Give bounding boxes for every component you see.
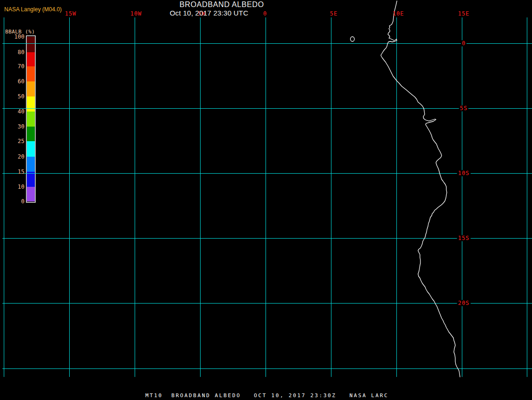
lon-label-15E: 15E (458, 11, 470, 16)
colorbar-block-15-10 (27, 172, 35, 187)
page-subtitle: Oct 10, 2017 23:30 UTC (170, 9, 249, 17)
colorbar-block-50-40 (27, 96, 35, 112)
lat-label-20S: 20S (457, 300, 471, 306)
colorbar-block-10-0 (27, 187, 35, 201)
lon-label-15W: 15W (65, 11, 77, 16)
lon-label-10E: 10E (393, 11, 404, 16)
map-canvas (0, 0, 532, 400)
colorbar-tick-70: 70 (8, 64, 24, 70)
colorbar-block-70-60 (27, 66, 35, 81)
colorbar-tick-25: 25 (8, 138, 24, 144)
lon-label-10W: 10W (130, 11, 142, 16)
colorbar-tick-15: 15 (8, 169, 24, 175)
albedo-map-screen: NASA Langley (M04.0) BROADBAND ALBEDO Oc… (0, 0, 532, 400)
colorbar-block-30-25 (27, 127, 35, 141)
coastline (381, 1, 460, 377)
colorbar-block-40-30 (27, 112, 35, 127)
colorbar-block-100-80 (27, 37, 35, 52)
colorbar-tick-40: 40 (8, 109, 24, 115)
colorbar-block-25-20 (27, 141, 35, 157)
colorbar-block-60-50 (27, 81, 35, 96)
colorbar-tick-30: 30 (8, 124, 24, 130)
colorbar-block-20-15 (27, 157, 35, 172)
page-title: BROADBAND ALBEDO (179, 0, 264, 9)
colorbar-tick-60: 60 (8, 79, 24, 85)
colorbar-tick-50: 50 (8, 94, 24, 100)
source-label: NASA Langley (M04.0) (4, 6, 62, 13)
island-outline (350, 37, 354, 41)
colorbar-tick-80: 80 (8, 49, 24, 56)
colorbar-block-80-70 (27, 52, 35, 66)
colorbar-tick-10: 10 (8, 184, 24, 190)
footer-caption: MT10 BROADBAND ALBEDO OCT 10, 2017 23:30… (145, 392, 388, 399)
lat-label-0: 0 (461, 40, 467, 47)
lat-label-10S: 10S (457, 170, 471, 176)
lat-label-5S: 5S (459, 105, 468, 112)
colorbar-tick-0: 0 (8, 199, 24, 205)
colorbar-tick-20: 20 (8, 154, 24, 160)
lon-label-0: 0 (263, 11, 267, 16)
lon-label-5E: 5E (330, 11, 338, 16)
colorbar-tick-100: 100 (8, 34, 24, 40)
lat-label-15S: 15S (457, 235, 471, 241)
